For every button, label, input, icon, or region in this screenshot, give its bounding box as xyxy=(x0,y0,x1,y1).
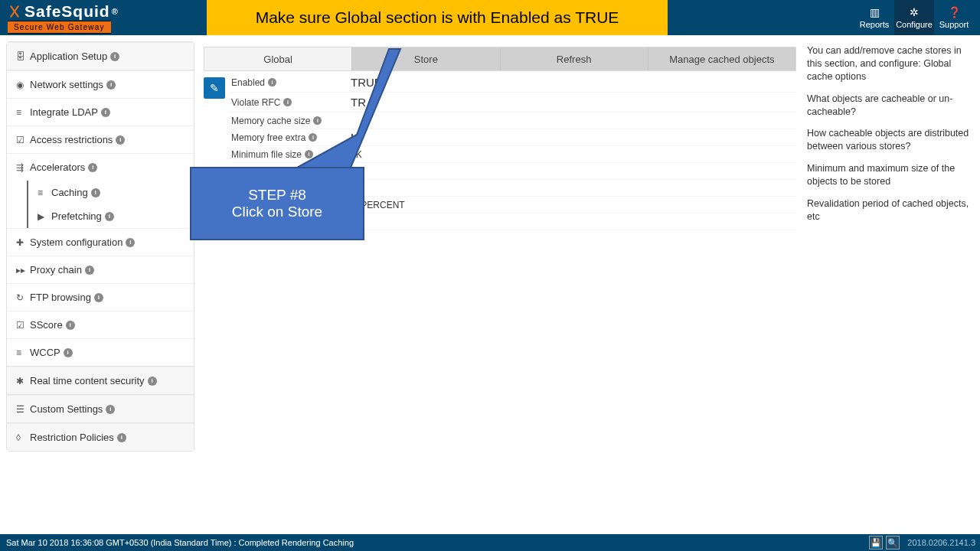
sidebar-item-label: Integrate LDAP xyxy=(30,106,98,118)
info-icon[interactable]: i xyxy=(148,377,157,386)
sidebar-item-label: Restriction Policies xyxy=(30,432,114,443)
search-icon: 🔍 xyxy=(887,538,898,548)
info-icon[interactable]: i xyxy=(94,293,103,302)
sidebar-label: Application Setup xyxy=(30,51,107,62)
logo: SafeSquid ® Secure Web Gateway xyxy=(0,0,126,37)
sidebar-item-network[interactable]: ◉ Network settings i xyxy=(7,70,194,98)
info-icon[interactable]: i xyxy=(116,135,125,145)
tab-refresh[interactable]: Refresh xyxy=(501,47,648,70)
briefcase-icon: 🗄 xyxy=(16,51,30,62)
search-button[interactable]: 🔍 xyxy=(886,536,900,549)
info-icon[interactable]: i xyxy=(117,433,126,442)
list-icon: ≡ xyxy=(16,107,30,118)
sliders-icon: ☰ xyxy=(16,404,30,415)
sidebar-item-sysconfig[interactable]: ✚ System configuration i xyxy=(7,228,194,256)
logo-main: SafeSquid ® xyxy=(8,2,119,21)
info-icon[interactable]: i xyxy=(268,78,276,86)
info-icon[interactable]: i xyxy=(91,188,100,197)
support-label: Support xyxy=(939,20,969,29)
info-icon[interactable]: i xyxy=(126,238,135,247)
info-icon[interactable]: i xyxy=(106,80,116,90)
info-icon[interactable]: i xyxy=(283,98,292,106)
sidebar-item-label: WCCP xyxy=(30,347,60,358)
info-icon[interactable]: i xyxy=(106,405,115,414)
sidebar-item-ftp[interactable]: ↻ FTP browsing i xyxy=(7,283,194,311)
step-callout: STEP #8 Click on Store xyxy=(190,167,364,240)
sidebar-subitem-prefetching[interactable]: ▶ Prefetching i xyxy=(28,204,194,228)
help-text: What objects are cacheable or un-cacheab… xyxy=(807,93,969,119)
logo-text: SafeSquid xyxy=(24,2,110,21)
sidebar-item-ldap[interactable]: ≡ Integrate LDAP i xyxy=(7,98,194,126)
info-icon[interactable]: i xyxy=(101,108,110,117)
sidebar-item-label: FTP browsing xyxy=(30,292,91,303)
callout-title: STEP #8 xyxy=(248,187,306,204)
svg-marker-0 xyxy=(297,49,400,168)
lock-icon: ◊ xyxy=(16,432,30,443)
sidebar-item-label: SScore xyxy=(30,319,63,331)
help-text: Minimum and maximum size of the objects … xyxy=(807,162,969,188)
logo-subtitle: Secure Web Gateway xyxy=(8,21,111,34)
sidebar-item-label: Prefetching xyxy=(51,210,102,222)
tab-manage-cached[interactable]: Manage cached objects xyxy=(648,47,795,70)
status-text: Sat Mar 10 2018 16:36:08 GMT+0530 (India… xyxy=(6,538,354,547)
callout-text: Click on Store xyxy=(232,204,322,220)
pencil-icon: ✎ xyxy=(210,82,219,94)
refresh-icon: ↻ xyxy=(16,292,30,303)
sidebar-item-label: Access restrictions xyxy=(30,134,113,145)
settings-value: LLPERCENT xyxy=(351,200,795,210)
help-text: How cacheable objects are distributed be… xyxy=(807,127,969,153)
sidebar-item-accelerators[interactable]: ⇶ Accelerators i xyxy=(7,153,194,181)
list-icon: ≡ xyxy=(16,347,30,358)
configure-button[interactable]: ✲ Configure xyxy=(894,0,934,35)
sidebar-item-access[interactable]: ☑ Access restrictions i xyxy=(7,126,194,153)
sidebar-item-wccp[interactable]: ≡ WCCP i xyxy=(7,338,194,366)
info-icon[interactable]: i xyxy=(85,266,94,275)
sidebar: 🗄 Application Setup i ◉ Network settings… xyxy=(0,35,201,534)
support-button[interactable]: ❓ Support xyxy=(934,0,974,35)
info-icon[interactable]: i xyxy=(66,321,75,330)
sidebar-item-label: Network settings xyxy=(30,79,103,90)
save-button[interactable]: 💾 xyxy=(869,536,883,549)
plus-icon: ✚ xyxy=(16,237,30,248)
help-panel: You can add/remove cache stores in this … xyxy=(796,35,977,534)
cache-icon: ≡ xyxy=(38,187,51,198)
logo-reg: ® xyxy=(112,7,119,16)
help-text: Revalidation period of cached objects, e… xyxy=(807,197,969,223)
logo-x-icon xyxy=(8,5,21,18)
configure-icon: ✲ xyxy=(910,6,919,18)
shield-icon: ✱ xyxy=(16,376,30,386)
sidebar-subitem-caching[interactable]: ≡ Caching i xyxy=(28,181,194,204)
info-icon[interactable]: i xyxy=(64,348,73,357)
check-icon: ☑ xyxy=(16,320,30,331)
prefetch-icon: ▶ xyxy=(38,211,51,222)
help-text: You can add/remove cache stores in this … xyxy=(807,44,969,83)
configure-label: Configure xyxy=(896,20,933,29)
node-icon: ◉ xyxy=(16,80,30,90)
top-actions: ▥ Reports ✲ Configure ❓ Support xyxy=(854,0,974,35)
sidebar-item-label: Proxy chain xyxy=(30,264,82,276)
info-icon[interactable]: i xyxy=(110,52,119,61)
reports-label: Reports xyxy=(860,20,890,29)
reports-button[interactable]: ▥ Reports xyxy=(854,0,894,35)
sidebar-item-label: System configuration xyxy=(30,236,122,248)
sidebar-realtime[interactable]: ✱ Real time content security i xyxy=(7,367,194,394)
sidebar-custom[interactable]: ☰ Custom Settings i xyxy=(7,395,194,422)
sidebar-item-label: Custom Settings xyxy=(30,403,103,415)
sidebar-item-label: Accelerators xyxy=(30,161,85,173)
callout-arrow-icon xyxy=(297,35,427,188)
info-icon[interactable]: i xyxy=(88,163,97,172)
version-text: 2018.0206.2141.3 xyxy=(907,538,975,547)
sidebar-item-label: Caching xyxy=(51,187,88,198)
settings-value: 00 xyxy=(351,217,795,227)
sidebar-item-proxychain[interactable]: ▸▸ Proxy chain i xyxy=(7,256,194,283)
sidebar-restriction[interactable]: ◊ Restriction Policies i xyxy=(7,423,194,451)
top-bar: SafeSquid ® Secure Web Gateway Make sure… xyxy=(0,0,980,35)
sidebar-app-setup[interactable]: 🗄 Application Setup i xyxy=(7,42,194,70)
tabs: Global Store Refresh Manage cached objec… xyxy=(204,47,796,71)
info-icon[interactable]: i xyxy=(105,212,114,221)
instruction-banner: Make sure Global section is with Enabled… xyxy=(207,0,668,35)
speed-icon: ⇶ xyxy=(16,162,30,173)
sidebar-item-sscore[interactable]: ☑ SScore i xyxy=(7,311,194,338)
status-bar: Sat Mar 10 2018 16:36:08 GMT+0530 (India… xyxy=(0,534,980,551)
edit-button[interactable]: ✎ xyxy=(204,77,225,99)
